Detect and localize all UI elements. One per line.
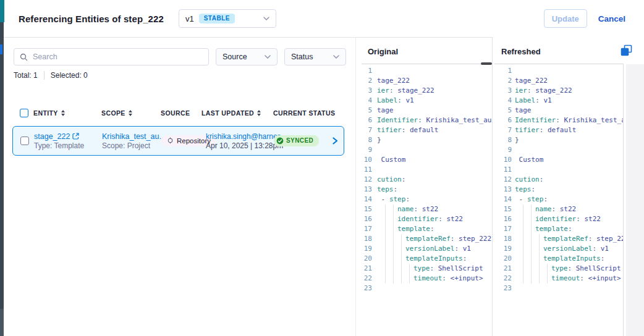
- code-line: 13teps:: [493, 185, 623, 195]
- code-line: 4Label: v1: [355, 96, 491, 106]
- code-line: 9: [355, 145, 491, 155]
- stable-badge: STABLE: [199, 14, 235, 23]
- summary-divider: [44, 71, 44, 80]
- code-line: 2tage_222: [355, 76, 491, 86]
- filters-toolbar: Source Status: [14, 48, 346, 65]
- code-line: 22timeout: <+input>: [493, 274, 623, 284]
- total-count: Total: 1: [14, 71, 38, 80]
- code-line: 20templateInputs:: [355, 254, 491, 264]
- code-line: 18templateRef: step_222: [355, 234, 491, 244]
- column-header-last-updated[interactable]: LAST UPDATED: [201, 109, 273, 117]
- refreshed-editor-edge: [623, 64, 624, 336]
- refreshed-code-editor[interactable]: 12tage_2223ier: stage_2224Label: v15tage…: [493, 66, 623, 293]
- page-title: Referencing Entities of step_222: [19, 14, 164, 24]
- version-select[interactable]: v1 STABLE: [179, 9, 276, 28]
- code-line: 16identifier: st22: [493, 214, 623, 224]
- status-filter-select[interactable]: Status: [284, 48, 346, 65]
- code-line: 8}: [493, 135, 623, 145]
- column-header-scope[interactable]: SCOPE: [101, 109, 161, 117]
- table-row[interactable]: stage_222 Type: Template Krishika_test_a…: [12, 126, 344, 156]
- sort-icon[interactable]: [61, 110, 65, 116]
- scope-cell: Krishika_test_au... Scope: Project: [102, 132, 161, 150]
- status-badge: SYNCED: [274, 135, 319, 146]
- code-line: 8}: [355, 135, 491, 145]
- copy-icon[interactable]: [621, 44, 632, 59]
- refreshed-editor-border: [494, 64, 623, 64]
- background-app-accent: [0, 44, 2, 54]
- repository-icon: [167, 137, 174, 144]
- code-line: 11: [355, 165, 491, 175]
- code-line: 21type: ShellScript: [493, 264, 623, 274]
- entity-link[interactable]: stage_222: [34, 132, 70, 141]
- column-header-current-status: CURRENT STATUS: [273, 109, 325, 117]
- code-line: 13teps:: [355, 185, 491, 195]
- code-line: 23: [355, 284, 491, 293]
- background-app-header-edge: [0, 0, 4, 22]
- search-input[interactable]: [14, 49, 208, 65]
- code-line: 22timeout: <+input>: [355, 274, 491, 284]
- background-app-footer-edge: [0, 309, 4, 336]
- column-label: CURRENT STATUS: [273, 109, 335, 117]
- sort-icon[interactable]: [257, 110, 261, 116]
- code-line: 21type: ShellScript: [355, 264, 491, 274]
- code-line: 14 - step:: [355, 195, 491, 204]
- select-all-checkbox[interactable]: [20, 109, 28, 117]
- status-cell: SYNCED: [274, 135, 326, 147]
- chevron-down-icon: [333, 55, 339, 59]
- source-filter-select[interactable]: Source: [216, 48, 278, 65]
- results-summary: Total: 1 Selected: 0: [14, 71, 345, 80]
- code-line: 6Identifier: Krishika_test_aut: [355, 116, 491, 125]
- code-line: 5tage: [355, 106, 491, 116]
- horizontal-scrollbar-thumb[interactable]: [481, 62, 492, 65]
- column-label: ENTITY: [33, 109, 58, 117]
- code-line: 9: [493, 145, 623, 155]
- code-line: 1: [493, 66, 623, 76]
- code-line: 10 Custom: [355, 155, 491, 165]
- code-line: 15name: st22: [493, 204, 623, 214]
- status-label: SYNCED: [286, 137, 313, 144]
- entity-type: Type: Template: [34, 141, 102, 150]
- entity-cell: stage_222 Type: Template: [34, 132, 102, 150]
- refreshed-panel-title: Refreshed: [501, 47, 541, 56]
- scope-link[interactable]: Krishika_test_au...: [102, 132, 166, 141]
- external-link-icon[interactable]: [72, 133, 79, 140]
- source-cell: Repository: [161, 135, 202, 147]
- last-updated-cell: krishika.singh@harnes... Apr 10, 2025 | …: [202, 132, 274, 150]
- column-label: LAST UPDATED: [201, 109, 254, 117]
- code-line: 4Label: v1: [493, 96, 623, 106]
- original-editor-border: [362, 64, 492, 64]
- scope-type: Scope: Project: [102, 141, 161, 150]
- column-header-source: SOURCE: [161, 109, 201, 117]
- updated-at: Apr 10, 2025 | 13:28pm: [206, 141, 274, 150]
- selected-count: Selected: 0: [51, 71, 88, 80]
- code-line: 12cution:: [355, 175, 491, 185]
- code-line: 3ier: stage_222: [355, 86, 491, 96]
- code-line: 7tifier: default: [355, 125, 491, 135]
- source-filter-label: Source: [222, 52, 247, 61]
- code-line: 17template:: [355, 224, 491, 234]
- status-filter-label: Status: [291, 52, 313, 61]
- code-line: 1: [355, 66, 491, 76]
- table-header: ENTITY SCOPE SOURCE LAST UPDATED CURRENT…: [12, 109, 344, 117]
- chevron-down-icon: [265, 55, 271, 59]
- sort-icon[interactable]: [129, 110, 132, 116]
- row-chevron-icon[interactable]: [331, 136, 339, 145]
- code-line: 18templateRef: step_222: [493, 234, 623, 244]
- column-label: SOURCE: [161, 109, 190, 117]
- code-line: 19versionLabel: v1: [493, 244, 623, 254]
- chevron-down-icon: [263, 17, 269, 20]
- code-line: 11: [493, 165, 623, 175]
- column-label: SCOPE: [101, 109, 125, 117]
- row-checkbox[interactable]: [20, 136, 29, 145]
- code-line: 23: [493, 284, 623, 293]
- code-line: 7tifier: default: [493, 125, 623, 135]
- column-header-entity[interactable]: ENTITY: [33, 109, 101, 117]
- code-line: 5tage: [493, 106, 623, 116]
- original-code-editor[interactable]: 12tage_2223ier: stage_2224Label: v15tage…: [355, 66, 491, 293]
- synced-check-icon: [276, 137, 284, 145]
- entities-pane: Source Status Total: 1 Selected: 0 ENTIT…: [4, 38, 355, 336]
- code-line: 10 Custom: [493, 155, 623, 165]
- updated-by-link[interactable]: krishika.singh@harnes...: [206, 132, 274, 141]
- code-line: 6Identifier: Krishika_test_aut: [493, 116, 623, 125]
- code-line: 16identifier: st22: [355, 214, 491, 224]
